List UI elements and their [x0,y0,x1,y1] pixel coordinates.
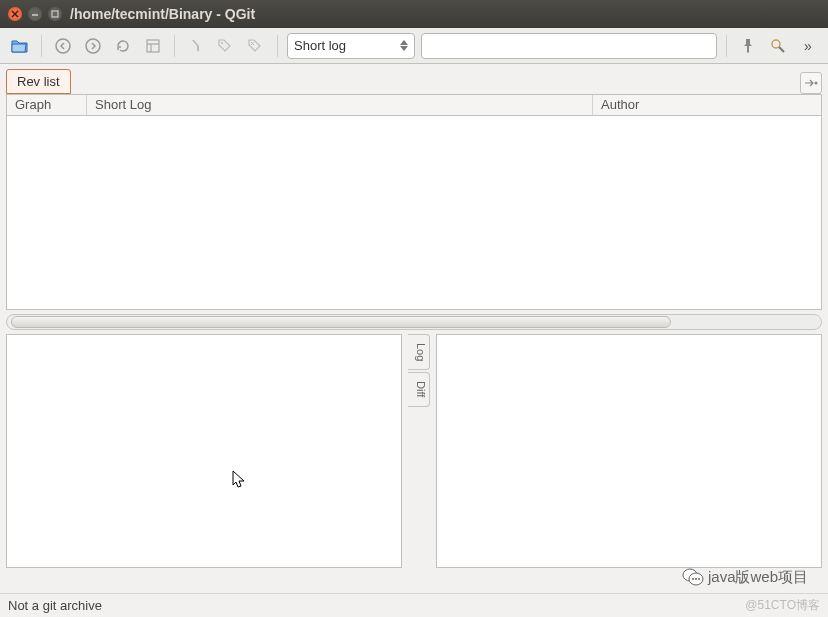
watermark-blog: @51CTO博客 [745,597,820,614]
reload-button[interactable] [111,34,135,58]
column-author[interactable]: Author [593,95,821,115]
titlebar: /home/tecmint/Binary - QGit [0,0,828,28]
watermark-chat: java版web项目 [682,567,808,587]
commit-list[interactable] [6,116,822,310]
detail-panel-left[interactable] [6,334,402,568]
horizontal-scrollbar[interactable] [6,314,822,330]
chat-icon [682,567,704,587]
vtab-diff[interactable]: Diff [408,372,430,406]
svg-point-18 [695,578,697,580]
content-area: Graph Short Log Author Log Diff [0,94,828,574]
find-button[interactable] [766,34,790,58]
toolbar: Short log » [0,28,828,64]
tree-view-button[interactable] [141,34,165,58]
vtab-log[interactable]: Log [408,334,430,370]
tag-button[interactable] [214,34,238,58]
search-input[interactable] [421,33,717,59]
svg-point-12 [772,40,780,48]
svg-point-9 [221,42,223,44]
svg-rect-3 [52,11,58,17]
svg-point-5 [86,39,100,53]
tab-bar: Rev list [0,64,828,94]
svg-point-4 [56,39,70,53]
svg-point-19 [698,578,700,580]
window-controls [8,7,62,21]
overflow-button[interactable]: » [796,34,820,58]
log-mode-value: Short log [294,38,346,53]
close-button[interactable] [8,7,22,21]
pin-filter-button[interactable] [736,34,760,58]
status-bar: Not a git archive @51CTO博客 [0,593,828,617]
tag-remove-button[interactable] [244,34,268,58]
column-shortlog[interactable]: Short Log [87,95,593,115]
table-header: Graph Short Log Author [6,94,822,116]
filter-button[interactable] [184,34,208,58]
scrollbar-thumb[interactable] [11,316,671,328]
window-title: /home/tecmint/Binary - QGit [70,6,255,22]
log-mode-select[interactable]: Short log [287,33,415,59]
svg-point-14 [815,82,818,85]
open-folder-button[interactable] [8,34,32,58]
status-text: Not a git archive [8,598,102,613]
svg-point-17 [692,578,694,580]
svg-line-13 [779,47,784,52]
minimize-button[interactable] [28,7,42,21]
maximize-button[interactable] [48,7,62,21]
svg-rect-6 [147,40,159,52]
vertical-tabs: Log Diff [408,334,430,568]
detail-panel-right[interactable] [436,334,822,568]
tab-rev-list[interactable]: Rev list [6,69,71,94]
bottom-panels: Log Diff [6,334,822,568]
forward-button[interactable] [81,34,105,58]
column-graph[interactable]: Graph [7,95,87,115]
tab-tool-button[interactable] [800,72,822,94]
spinner-icon [400,40,408,51]
back-button[interactable] [51,34,75,58]
